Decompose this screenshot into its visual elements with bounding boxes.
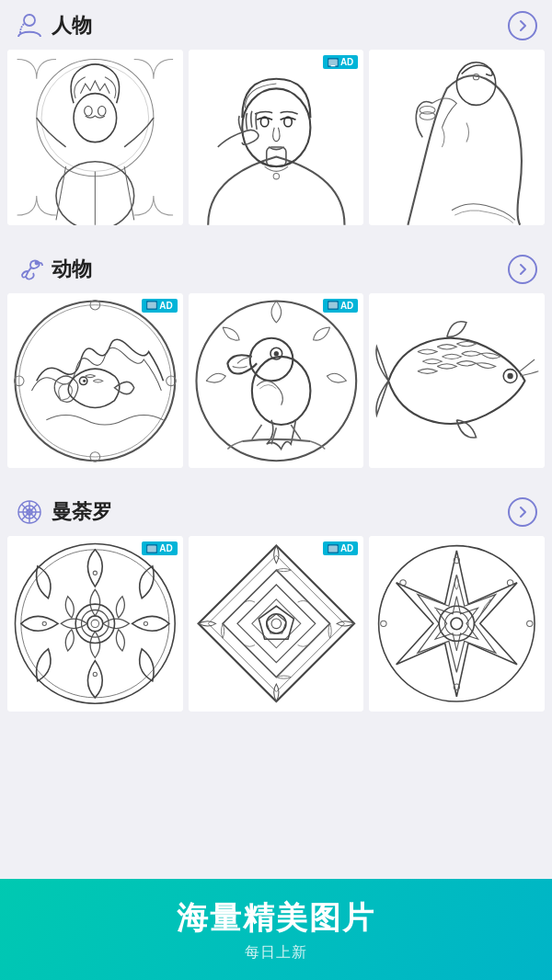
image-row-people: AD [0, 50, 552, 236]
svg-point-38 [273, 351, 278, 356]
animal-image-3[interactable] [369, 293, 545, 469]
more-button-mandala[interactable] [508, 497, 537, 527]
more-button-animals[interactable] [508, 255, 537, 284]
section-title-mandala: 曼荼罗 [52, 498, 112, 526]
svg-rect-49 [147, 545, 156, 552]
ad-label-5: AD [340, 543, 353, 553]
svg-rect-39 [369, 293, 545, 469]
mandala-image-3[interactable] [369, 536, 545, 712]
mandala-icon [15, 497, 44, 527]
svg-rect-22 [147, 302, 156, 309]
ad-badge-mandala-2: AD [323, 541, 358, 555]
ad-badge-people-2: AD [323, 55, 358, 69]
ad-label-3: AD [340, 301, 353, 311]
ad-label-4: AD [159, 543, 172, 553]
ad-label: AD [340, 57, 353, 67]
bottom-banner: 海量精美图片 每日上新 [0, 879, 552, 980]
section-header-mandala: 曼荼罗 [0, 486, 552, 536]
more-button-people[interactable] [508, 11, 537, 40]
ad-label-2: AD [159, 301, 172, 311]
ad-badge-mandala-1: AD [142, 541, 177, 555]
svg-point-0 [24, 15, 35, 26]
title-group-mandala: 曼荼罗 [15, 497, 112, 527]
animal-image-1[interactable]: AD [7, 293, 183, 469]
ad-tv-icon-4 [146, 544, 157, 553]
svg-point-41 [508, 373, 513, 379]
svg-rect-32 [328, 302, 338, 309]
mandala-image-2[interactable]: AD [189, 536, 364, 712]
section-title-animals: 动物 [52, 256, 92, 283]
section-header-animals: 动物 [0, 244, 552, 293]
svg-point-21 [36, 261, 39, 264]
ad-badge-animal-1: AD [142, 299, 177, 313]
section-mandala: 曼荼罗 AD [0, 486, 552, 723]
image-row-animals: AD [0, 293, 552, 480]
image-row-mandala: AD [0, 536, 552, 723]
animal-icon [15, 255, 44, 284]
svg-rect-62 [189, 536, 364, 712]
svg-rect-65 [369, 536, 545, 712]
ad-badge-animal-2: AD [323, 299, 358, 313]
ad-tv-icon [328, 58, 339, 67]
person-icon [15, 11, 44, 40]
section-title-people: 人物 [52, 12, 92, 40]
section-animals: 动物 AD [0, 244, 552, 480]
section-header-people: 人物 [0, 0, 552, 50]
mandala-image-1[interactable]: AD [7, 536, 183, 712]
ad-tv-icon-5 [328, 544, 339, 553]
section-people: 人物 [0, 0, 552, 236]
ad-tv-icon-3 [328, 301, 339, 310]
svg-point-27 [83, 379, 86, 382]
svg-rect-50 [7, 536, 183, 712]
title-group-animals: 动物 [15, 255, 92, 284]
banner-title: 海量精美图片 [177, 897, 375, 940]
svg-rect-61 [328, 545, 338, 552]
ad-tv-icon-2 [146, 301, 157, 310]
people-image-2[interactable]: AD [189, 50, 364, 225]
svg-rect-8 [328, 59, 338, 65]
svg-rect-23 [7, 293, 183, 469]
animal-image-2[interactable]: AD [189, 293, 364, 469]
title-group-people: 人物 [15, 11, 92, 40]
people-image-3[interactable] [369, 50, 545, 225]
people-image-1[interactable] [7, 50, 183, 225]
banner-subtitle: 每日上新 [245, 943, 307, 963]
